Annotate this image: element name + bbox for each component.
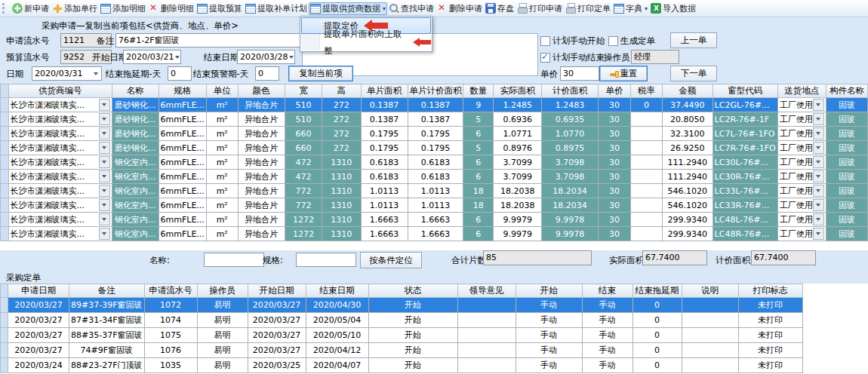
dropdown-arrow-icon[interactable] — [99, 228, 110, 240]
grid-cell[interactable]: 18.2038 — [494, 184, 542, 198]
grid-cell[interactable]: 钢化室内... — [112, 227, 159, 241]
grid-cell[interactable]: 6mmFLE... — [159, 198, 206, 213]
grid-cell[interactable]: LC2R-76#-1F — [713, 112, 777, 127]
delete-detail-button[interactable]: 删除明细 — [147, 2, 195, 15]
grid-cell[interactable] — [682, 343, 738, 358]
grid-cell[interactable]: 磨砂钢化... — [112, 98, 159, 112]
grid-cell[interactable]: 30 — [598, 213, 630, 227]
grid-cell[interactable]: 0.6936 — [494, 112, 542, 127]
row-selector[interactable] — [1, 141, 9, 155]
grid-cell[interactable]: 30 — [598, 184, 630, 198]
grid-cell[interactable]: 9.9979 — [494, 227, 542, 241]
detail-column-header[interactable]: 数量 — [463, 84, 494, 98]
row-selector[interactable] — [1, 198, 9, 213]
grid-cell[interactable]: 272 — [322, 141, 361, 155]
grid-cell[interactable]: 6 — [463, 227, 494, 241]
grid-cell[interactable] — [457, 343, 516, 358]
grid-cell[interactable]: 开始 — [368, 328, 457, 343]
grid-cell[interactable] — [457, 298, 516, 313]
grid-cell[interactable]: 6mmFLE... — [159, 170, 206, 184]
grid-cell[interactable]: 异地合片 — [238, 198, 285, 213]
grid-cell[interactable]: 0.6935 — [542, 112, 598, 127]
detail-column-header[interactable]: 规格 — [159, 84, 206, 98]
grid-cell[interactable]: 钢化室内... — [112, 213, 159, 227]
grid-cell[interactable]: 异地合片 — [238, 184, 285, 198]
grid-cell[interactable]: 开始 — [368, 358, 457, 373]
grid-cell[interactable]: 0.6183 — [361, 155, 408, 170]
grid-cell[interactable]: 1.0770 — [542, 127, 598, 141]
grid-cell[interactable]: 30 — [598, 127, 630, 141]
grid-cell[interactable] — [457, 358, 516, 373]
grid-cell[interactable]: 1310 — [322, 155, 361, 170]
detail-column-header[interactable]: 构件名称 — [826, 84, 867, 98]
grid-cell[interactable]: 2020/04/07 — [306, 358, 368, 373]
grid-cell[interactable]: 5 — [463, 112, 494, 127]
row-selector[interactable] — [1, 213, 9, 227]
dropdown-arrow-icon[interactable] — [99, 185, 110, 197]
orders-column-header[interactable]: 领导意见 — [457, 284, 516, 298]
orders-column-header[interactable]: 申请流水号 — [144, 284, 197, 298]
dropdown-arrow-icon[interactable] — [813, 127, 824, 139]
grid-cell[interactable]: 6mmFLE... — [159, 227, 206, 241]
grid-cell[interactable]: 异地合片 — [238, 227, 285, 241]
grid-cell[interactable]: 30 — [598, 141, 630, 155]
dropdown-arrow-icon[interactable] — [813, 228, 824, 240]
dictionary-button[interactable]: 字典▾ — [612, 2, 649, 15]
grid-cell[interactable]: 未打印 — [738, 358, 802, 373]
detail-column-header[interactable]: 单片计价面积 — [408, 84, 463, 98]
grid-cell[interactable]: 手动 — [582, 328, 633, 343]
grid-cell[interactable]: 111.2940 — [662, 155, 713, 170]
previous-order-button[interactable]: 上一单 — [670, 32, 717, 48]
grid-cell[interactable]: 异地合片 — [238, 127, 285, 141]
grid-cell[interactable]: 660 — [285, 141, 322, 155]
grid-cell[interactable]: 钢化室内... — [112, 170, 159, 184]
grid-cell[interactable]: 固玻 — [826, 184, 867, 198]
delivery-location-combobox[interactable]: 工厂使用 — [777, 227, 826, 241]
grid-cell[interactable]: 1072 — [144, 298, 197, 313]
dropdown-arrow-icon[interactable] — [813, 199, 824, 211]
dropdown-arrow-icon[interactable] — [99, 199, 110, 211]
grid-cell[interactable]: 20.8050 — [662, 112, 713, 127]
grid-cell[interactable]: 未打印 — [738, 328, 802, 343]
supplier-combobox[interactable]: 长沙市潇湘玻璃实... — [8, 213, 112, 227]
grid-cell[interactable]: 1076 — [144, 343, 197, 358]
grid-cell[interactable]: 37.4490 — [662, 98, 713, 112]
grid-cell[interactable]: 1.0113 — [361, 198, 408, 213]
row-selector[interactable] — [1, 328, 8, 343]
grid-cell[interactable]: 772 — [285, 198, 322, 213]
row-selector[interactable] — [1, 155, 9, 170]
orders-column-header[interactable]: 申请日期 — [8, 284, 69, 298]
operator-field[interactable] — [631, 50, 679, 64]
supplier-combobox[interactable]: 长沙市潇湘玻璃实... — [8, 170, 112, 184]
end-date-picker[interactable]: 2020/03/28 — [237, 50, 295, 64]
grid-cell[interactable]: 易明 — [197, 343, 248, 358]
grid-cell[interactable]: 固玻 — [826, 98, 867, 112]
unit-price-field[interactable] — [560, 66, 599, 81]
grid-cell[interactable]: 0.1795 — [408, 141, 463, 155]
grid-cell[interactable]: 1310 — [322, 213, 361, 227]
grid-cell[interactable]: 1.0771 — [494, 127, 542, 141]
grid-cell[interactable]: 660 — [285, 127, 322, 141]
orders-column-header[interactable]: 备注 — [69, 284, 145, 298]
grid-cell[interactable]: LC7R-76#-1FO — [713, 141, 777, 155]
grid-cell[interactable] — [457, 328, 516, 343]
grid-cell[interactable]: 0.1387 — [408, 98, 463, 112]
grid-cell[interactable]: 6 — [463, 155, 494, 170]
grid-cell[interactable]: 5 — [463, 141, 494, 155]
start-date-picker[interactable]: 2020/03/21 — [123, 50, 181, 64]
dropdown-arrow-icon[interactable] — [813, 170, 824, 182]
grid-cell[interactable]: 30 — [598, 227, 630, 241]
grid-cell[interactable]: 299.9340 — [662, 213, 713, 227]
delivery-location-combobox[interactable]: 工厂使用 — [777, 112, 826, 127]
grid-cell[interactable]: 0.6183 — [408, 155, 463, 170]
grid-cell[interactable]: 手动 — [516, 313, 582, 328]
dropdown-arrow-icon[interactable] — [813, 156, 824, 168]
grid-cell[interactable]: 0 — [633, 328, 682, 343]
detail-column-header[interactable]: 单价 — [598, 84, 630, 98]
grid-cell[interactable]: 0.1387 — [361, 112, 408, 127]
grid-cell[interactable]: 89#37-39F窗固玻 — [69, 298, 145, 313]
grid-cell[interactable]: 2020/03/27 — [8, 298, 69, 313]
grid-cell[interactable]: 易明 — [197, 328, 248, 343]
detail-column-header[interactable]: 宽 — [285, 84, 322, 98]
dropdown-arrow-icon[interactable] — [99, 142, 110, 154]
